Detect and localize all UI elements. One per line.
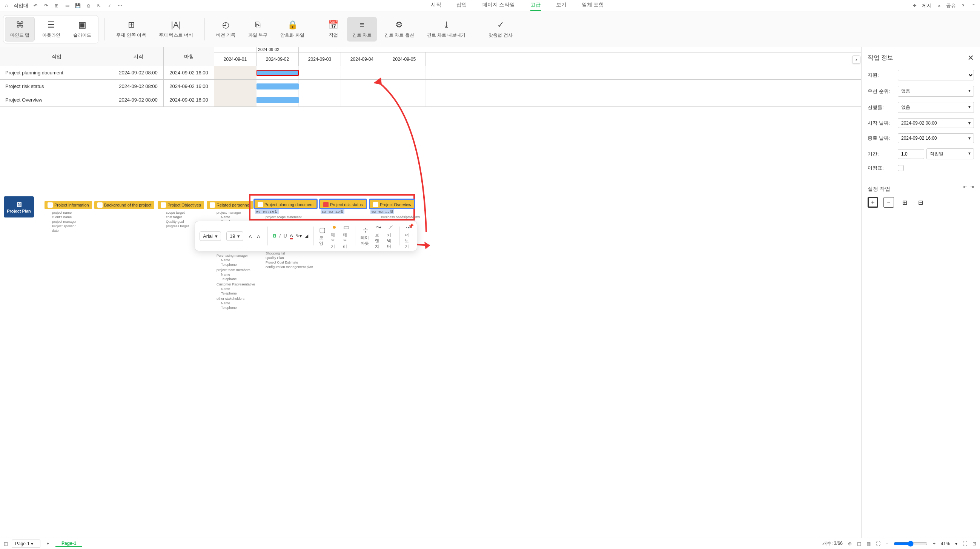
mm-sub[interactable]: progress target <box>166 224 189 228</box>
new-icon[interactable]: ⊞ <box>53 2 60 9</box>
mm-sub[interactable]: date <box>52 229 59 233</box>
bold-button[interactable]: B <box>273 233 277 239</box>
mm-sub[interactable]: Quality Plan <box>266 256 284 260</box>
format-painter[interactable]: ◢ <box>305 233 308 239</box>
topic-text-width[interactable]: |A|주제 텍스트 너비 <box>154 17 199 41</box>
save-icon[interactable]: 💾 <box>74 2 81 9</box>
home-icon[interactable]: ⌂ <box>3 2 10 9</box>
mm-sub[interactable]: project manager <box>216 211 241 214</box>
mm-sub[interactable]: project name <box>52 211 72 214</box>
gantt-bar[interactable] <box>256 83 299 89</box>
mm-sub[interactable]: Project sponsor <box>52 224 76 228</box>
resource-select[interactable] <box>898 70 974 80</box>
mm-sub[interactable]: Name <box>221 273 230 276</box>
mm-node-info[interactable]: Project information <box>45 201 92 209</box>
tab-page-style[interactable]: 페이지 스타일 <box>482 0 515 11</box>
more-icon[interactable]: ⋯ <box>116 2 123 9</box>
mm-sub[interactable]: Shopping list <box>266 252 285 255</box>
mm-sub[interactable]: client's name <box>52 215 72 219</box>
tab-view[interactable]: 보기 <box>556 0 566 11</box>
mm-task-node-risk[interactable]: Project risk status <box>319 199 367 209</box>
shape-button[interactable]: ▢모양 <box>319 226 326 246</box>
undo-icon[interactable]: ↶ <box>32 2 39 9</box>
mm-sub[interactable]: cost target <box>166 215 182 219</box>
send-icon[interactable]: ✈ <box>912 2 918 9</box>
gantt-scroll-right[interactable]: › <box>852 56 861 64</box>
duration-input[interactable] <box>898 149 924 159</box>
gantt-bar[interactable] <box>256 97 299 103</box>
branch-button[interactable]: ⤳브랜치 <box>375 223 382 249</box>
mm-sub[interactable]: Name <box>221 215 230 219</box>
start-cell[interactable]: 2024-09-02 08:00 <box>113 80 164 93</box>
check-icon[interactable]: ☑ <box>106 2 113 9</box>
priority-select[interactable]: 없음▾ <box>898 86 974 97</box>
share-icon[interactable]: ∝ <box>935 2 942 9</box>
indent-right-icon[interactable]: ⇥ <box>970 184 974 190</box>
mm-sub[interactable]: Telephone <box>221 306 237 310</box>
mm-sub[interactable]: project manager <box>52 220 76 223</box>
fill-button[interactable]: ●채우기 <box>331 223 337 249</box>
mm-sub[interactable]: configuration management plan <box>266 265 313 269</box>
close-panel-button[interactable]: ✕ <box>967 53 974 62</box>
share-button[interactable]: 공유 <box>946 2 956 9</box>
task-cell[interactable]: Project Overview <box>0 93 113 107</box>
gantt-options[interactable]: ⚙간트 차트 옵션 <box>379 17 420 41</box>
collapse-ribbon-icon[interactable]: ⌃ <box>970 2 977 9</box>
mm-sub[interactable]: Telephone <box>221 263 237 267</box>
start-date-input[interactable]: 2024-09-02 08:00▾ <box>898 118 974 128</box>
mm-sub[interactable]: Quality goal <box>166 220 184 223</box>
mm-sub[interactable]: Telephone <box>221 292 237 295</box>
font-color-button[interactable]: A <box>290 233 293 239</box>
mm-sub[interactable]: Purchasing manager <box>216 254 248 257</box>
mm-sub[interactable]: other stakeholders <box>216 297 245 300</box>
file-recovery[interactable]: ⎘파일 복구 <box>243 17 273 41</box>
mindmap-canvas[interactable]: 🖥 Project Plan Project information Backg… <box>0 110 861 538</box>
open-icon[interactable]: ▭ <box>64 2 70 9</box>
indent-left-icon[interactable]: ⇤ <box>963 184 967 190</box>
mm-node-background[interactable]: Background of the project <box>94 201 154 209</box>
mm-sub[interactable]: Telephone <box>221 277 237 281</box>
mm-node-objectives[interactable]: Project Objectives <box>158 201 204 209</box>
task-cell[interactable]: Project risk status <box>0 80 113 93</box>
encrypt-file[interactable]: 🔒암호화 파일 <box>275 17 309 41</box>
view-outline[interactable]: ☰ 아웃라인 <box>37 17 66 41</box>
tab-advanced[interactable]: 고급 <box>530 0 541 11</box>
layout-button[interactable]: ⊹레이아웃 <box>361 226 370 246</box>
tab-addon[interactable]: 일체 포함 <box>582 0 604 11</box>
publish-button[interactable]: 게시 <box>922 2 932 9</box>
help-icon[interactable]: ? <box>959 2 966 9</box>
mm-sub[interactable]: project scope statement <box>266 215 302 219</box>
mm-task-node-planning[interactable]: Project planning document <box>253 199 318 209</box>
highlight-button[interactable]: ✎▾ <box>296 233 302 239</box>
tab-start[interactable]: 시작 <box>431 0 441 11</box>
view-mindmap[interactable]: ⌘ 마인드 맵 <box>5 17 35 41</box>
spellcheck[interactable]: ✓맞춤법 검사 <box>483 17 517 41</box>
gantt-bar-selected[interactable] <box>256 70 299 76</box>
border-button[interactable]: ▭테두리 <box>343 223 350 249</box>
mm-sub[interactable]: Business needs/problems <box>381 215 420 219</box>
mm-task-node-overview[interactable]: Project Overview <box>369 199 415 209</box>
pin-icon[interactable]: 📌 <box>408 223 414 229</box>
mm-sub[interactable]: Customer Representative <box>216 282 255 286</box>
connector-button[interactable]: ⟋커넥터 <box>387 223 394 249</box>
end-cell[interactable]: 2024-09-02 16:00 <box>164 80 214 93</box>
export-icon[interactable]: ⇱ <box>95 2 102 9</box>
mm-sub[interactable]: Project Cost Estimate <box>266 260 298 264</box>
task-button[interactable]: 📅작업 <box>322 17 345 41</box>
view-slide[interactable]: ▣ 슬라이드 <box>68 17 97 41</box>
milestone-checkbox[interactable] <box>898 165 904 171</box>
mm-sub[interactable]: Name <box>221 258 230 262</box>
print-icon[interactable]: ⎙ <box>85 2 92 9</box>
font-increase[interactable]: A+ <box>248 233 254 239</box>
end-cell[interactable]: 2024-09-02 16:00 <box>164 66 214 80</box>
mm-sub[interactable]: scope target <box>166 211 185 214</box>
mm-sub[interactable]: Name <box>221 287 230 291</box>
version-history[interactable]: ◴버전 기록 <box>211 17 241 41</box>
start-cell[interactable]: 2024-09-02 08:00 <box>113 93 164 107</box>
add-task-button[interactable]: + <box>868 197 878 207</box>
remove-task-button[interactable]: − <box>883 197 894 207</box>
grid-right-button[interactable]: ⊟ <box>915 197 926 207</box>
mm-node-personnel[interactable]: Related personnel <box>207 201 253 209</box>
start-cell[interactable]: 2024-09-02 08:00 <box>113 66 164 80</box>
gantt-chart-button[interactable]: ≡간트 차트 <box>347 17 377 41</box>
